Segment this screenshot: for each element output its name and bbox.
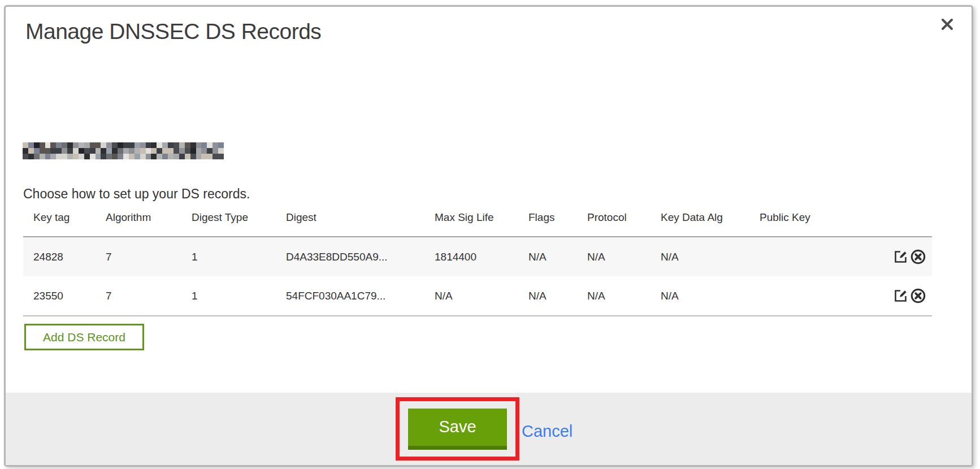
column-header-max-sig-life: Max Sig Life: [435, 211, 528, 224]
column-header-digest: Digest: [286, 211, 435, 224]
screen: Manage DNSSEC DS Records Choose how to s…: [0, 0, 980, 469]
column-header-flags: Flags: [528, 211, 587, 224]
cell-digest: D4A33E8DD550A9...: [286, 251, 435, 263]
cell-protocol: N/A: [587, 290, 661, 302]
cell-key-data-alg: N/A: [661, 251, 760, 263]
dialog-footer: Save Cancel: [6, 393, 972, 465]
intro-text: Choose how to set up your DS records.: [23, 186, 250, 202]
cell-digest-type: 1: [192, 290, 286, 302]
cell-key-tag: 23550: [33, 290, 106, 302]
redacted-domain-name: [23, 142, 224, 159]
cell-digest-type: 1: [192, 251, 286, 263]
cell-algorithm: 7: [106, 290, 192, 302]
cell-max-sig-life: N/A: [435, 290, 528, 302]
delete-record-icon[interactable]: [909, 288, 926, 305]
column-header-key-data-alg: Key Data Alg: [661, 211, 760, 224]
edit-record-icon[interactable]: [892, 288, 909, 305]
cell-digest: 54FCF030AA1C79...: [286, 290, 435, 302]
column-header-algorithm: Algorithm: [106, 211, 192, 224]
column-header-public-key: Public Key: [760, 211, 932, 224]
save-highlight-annotation: Save: [396, 397, 519, 461]
table-row: 24828 7 1 D4A33E8DD550A9... 1814400 N/A …: [23, 237, 932, 276]
column-header-protocol: Protocol: [587, 211, 661, 224]
row-actions: [892, 288, 926, 305]
close-icon[interactable]: [938, 15, 957, 34]
cell-flags: N/A: [528, 251, 587, 263]
dialog-title: Manage DNSSEC DS Records: [25, 19, 321, 44]
column-header-key-tag: Key tag: [33, 211, 106, 224]
delete-record-icon[interactable]: [909, 249, 926, 266]
column-header-digest-type: Digest Type: [192, 211, 286, 224]
table-header-row: Key tag Algorithm Digest Type Digest Max…: [23, 211, 932, 224]
cell-max-sig-life: 1814400: [435, 251, 528, 263]
row-actions: [892, 249, 926, 266]
add-ds-record-button[interactable]: Add DS Record: [24, 324, 144, 350]
ds-records-table: 24828 7 1 D4A33E8DD550A9... 1814400 N/A …: [23, 236, 932, 316]
cell-algorithm: 7: [106, 251, 192, 263]
cell-key-tag: 24828: [33, 251, 106, 263]
save-button[interactable]: Save: [408, 409, 507, 450]
cell-flags: N/A: [528, 290, 587, 302]
edit-record-icon[interactable]: [892, 249, 909, 266]
manage-dnssec-dialog: Manage DNSSEC DS Records Choose how to s…: [4, 5, 973, 467]
cell-key-data-alg: N/A: [661, 290, 760, 302]
cell-protocol: N/A: [587, 251, 661, 263]
table-row: 23550 7 1 54FCF030AA1C79... N/A N/A N/A …: [23, 276, 932, 315]
cancel-link[interactable]: Cancel: [522, 422, 573, 441]
